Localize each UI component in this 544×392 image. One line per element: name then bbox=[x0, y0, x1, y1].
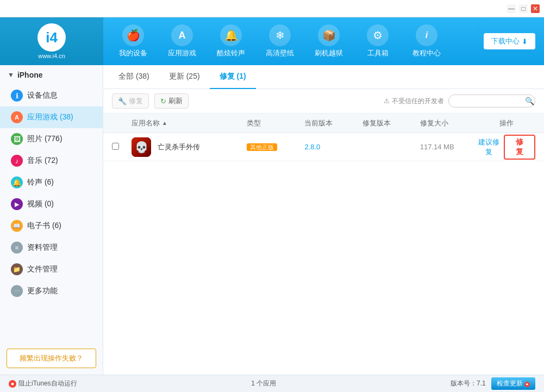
download-center-button[interactable]: 下载中心 ⬇ bbox=[484, 33, 535, 49]
main-layout: ▼ iPhone ℹ 设备信息 A 应用游戏 (38) 🖼 照片 (776) ♪… bbox=[0, 65, 544, 375]
sidebar-item-data-mgmt-label: 资料管理 bbox=[27, 243, 58, 252]
check-update-label: 检查更新 bbox=[497, 380, 523, 387]
sidebar-item-more[interactable]: ⋯ 更多功能 bbox=[0, 280, 103, 302]
sidebar-item-ringtones[interactable]: 🔔 铃声 (6) bbox=[0, 172, 103, 193]
ebooks-icon: 📖 bbox=[11, 220, 23, 232]
col-fixver-header: 修复版本 bbox=[362, 118, 420, 128]
music-icon: ♪ bbox=[11, 155, 23, 167]
header-right: 下载中心 ⬇ bbox=[484, 17, 544, 65]
status-bar: ■ 阻止iTunes自动运行 1 个应用 版本号：7.1 检查更新 ● bbox=[0, 375, 544, 392]
nav-my-device-label: 我的设备 bbox=[119, 48, 147, 58]
download-center-label: 下载中心 bbox=[491, 36, 520, 46]
row-check-input[interactable] bbox=[112, 143, 119, 150]
app-count-label: 1 个应用 bbox=[251, 380, 276, 387]
check-update-button[interactable]: 检查更新 ● bbox=[491, 377, 535, 390]
row-checkbox[interactable] bbox=[112, 143, 132, 151]
sidebar-item-photos[interactable]: 🖼 照片 (776) bbox=[0, 128, 103, 150]
update-badge: ● bbox=[524, 382, 530, 387]
search-input[interactable] bbox=[454, 97, 525, 105]
close-button[interactable]: ✕ bbox=[531, 4, 540, 13]
download-icon: ⬇ bbox=[522, 37, 528, 46]
sidebar-item-ebooks[interactable]: 📖 电子书 (6) bbox=[0, 215, 103, 237]
row-size: 117.14 MB bbox=[420, 143, 478, 151]
title-bar: — □ ✕ bbox=[0, 0, 544, 17]
nav-wallpapers[interactable]: ❄ 高清壁纸 bbox=[255, 17, 304, 65]
app-name-text: 亡灵杀手外传 bbox=[158, 142, 200, 152]
svg-text:💀: 💀 bbox=[135, 141, 148, 154]
stop-icon: ■ bbox=[9, 380, 16, 388]
col-name-header: 应用名称 ▲ bbox=[132, 118, 247, 128]
sort-icon: ▲ bbox=[162, 120, 167, 126]
nav-tutorials-label: 教程中心 bbox=[412, 48, 441, 58]
type-badge: 其他正版 bbox=[247, 143, 277, 151]
nav-jailbreak-label: 刷机越狱 bbox=[315, 48, 343, 58]
file-mgmt-icon: 📁 bbox=[11, 263, 23, 275]
nav-toolbox-label: 工具箱 bbox=[367, 48, 389, 58]
device-arrow-icon: ▼ bbox=[8, 71, 14, 79]
tab-update[interactable]: 更新 (25) bbox=[159, 65, 210, 89]
repair-label: 修复 bbox=[129, 96, 143, 106]
sidebar-item-device-info-label: 设备信息 bbox=[27, 91, 58, 100]
tab-all[interactable]: 全部 (38) bbox=[109, 65, 159, 89]
sidebar-item-music-label: 音乐 (72) bbox=[27, 156, 58, 166]
nav-my-device[interactable]: 🍎 我的设备 bbox=[109, 17, 158, 65]
sidebar-bottom: 频繁出现操作失败？ bbox=[0, 342, 103, 375]
header: i4 www.i4.cn 🍎 我的设备 A 应用游戏 🔔 酷炫铃声 ❄ 高清壁纸… bbox=[0, 17, 544, 65]
sidebar-item-ringtones-label: 铃声 (6) bbox=[27, 178, 54, 187]
nav-ringtones-icon: 🔔 bbox=[220, 24, 242, 46]
table-row: 💀 亡灵杀手外传 其他正版 2.8.0 117.14 MB 建议修复 修复 bbox=[103, 133, 544, 161]
nav-jailbreak[interactable]: 📦 刷机越狱 bbox=[304, 17, 353, 65]
sidebar-device[interactable]: ▼ iPhone bbox=[0, 65, 103, 85]
nav-tutorials[interactable]: i 教程中心 bbox=[402, 17, 451, 65]
status-center: 1 个应用 bbox=[77, 379, 451, 388]
row-cur-version: 2.8.0 bbox=[304, 143, 362, 151]
tabs-bar: 全部 (38) 更新 (25) 修复 (1) bbox=[103, 65, 544, 89]
fix-button[interactable]: 修复 bbox=[504, 135, 535, 160]
untrusted-label: ⚠ 不受信任的开发者 bbox=[384, 97, 444, 106]
nav-toolbox[interactable]: ⚙ 工具箱 bbox=[353, 17, 402, 65]
row-type: 其他正版 bbox=[247, 143, 304, 151]
tab-repair[interactable]: 修复 (1) bbox=[210, 65, 256, 89]
sidebar-item-file-mgmt-label: 文件管理 bbox=[27, 264, 58, 274]
row-action: 建议修复 修复 bbox=[478, 135, 535, 160]
photos-icon: 🖼 bbox=[11, 133, 23, 145]
recommend-text: 建议修复 bbox=[478, 137, 499, 157]
sidebar-item-device-info[interactable]: ℹ 设备信息 bbox=[0, 85, 103, 106]
sidebar-item-videos-label: 视频 (0) bbox=[27, 199, 54, 209]
status-right: 版本号：7.1 检查更新 ● bbox=[451, 377, 535, 390]
stop-itunes-button[interactable]: ■ 阻止iTunes自动运行 bbox=[9, 379, 77, 388]
sidebar: ▼ iPhone ℹ 设备信息 A 应用游戏 (38) 🖼 照片 (776) ♪… bbox=[0, 65, 103, 375]
nav-app-games[interactable]: A 应用游戏 bbox=[158, 17, 207, 65]
repair-button[interactable]: 🔧 修复 bbox=[112, 93, 149, 109]
sidebar-item-more-label: 更多功能 bbox=[27, 286, 58, 296]
more-icon: ⋯ bbox=[11, 285, 23, 297]
col-size-header: 修复大小 bbox=[420, 118, 478, 128]
search-box: 🔍 bbox=[448, 94, 535, 108]
toolbar: 🔧 修复 ↻ 刷新 ⚠ 不受信任的开发者 🔍 bbox=[103, 89, 544, 113]
device-info-icon: ℹ bbox=[11, 90, 23, 102]
nav-toolbox-icon: ⚙ bbox=[367, 24, 389, 46]
sidebar-item-data-mgmt[interactable]: ≡ 资料管理 bbox=[0, 237, 103, 258]
logo-subtitle: www.i4.cn bbox=[38, 53, 65, 59]
status-left: ■ 阻止iTunes自动运行 bbox=[9, 379, 77, 388]
app-games-icon: A bbox=[11, 111, 23, 123]
logo-icon: i4 bbox=[37, 23, 66, 52]
sidebar-item-photos-label: 照片 (776) bbox=[27, 134, 62, 144]
data-mgmt-icon: ≡ bbox=[11, 242, 23, 254]
sidebar-item-music[interactable]: ♪ 音乐 (72) bbox=[0, 150, 103, 172]
refresh-button[interactable]: ↻ 刷新 bbox=[154, 93, 189, 109]
nav-wallpapers-label: 高清壁纸 bbox=[266, 48, 294, 58]
sidebar-item-app-games[interactable]: A 应用游戏 (38) bbox=[0, 106, 103, 128]
nav-items: 🍎 我的设备 A 应用游戏 🔔 酷炫铃声 ❄ 高清壁纸 📦 刷机越狱 ⚙ 工具箱… bbox=[103, 17, 484, 65]
maximize-button[interactable]: □ bbox=[519, 4, 528, 13]
nav-ringtones[interactable]: 🔔 酷炫铃声 bbox=[207, 17, 255, 65]
nav-wallpapers-icon: ❄ bbox=[269, 24, 291, 46]
trouble-button[interactable]: 频繁出现操作失败？ bbox=[7, 349, 96, 368]
ringtones-icon: 🔔 bbox=[11, 176, 23, 188]
col-action-header: 操作 bbox=[478, 118, 535, 128]
col-curver-header: 当前版本 bbox=[304, 118, 362, 128]
sidebar-item-file-mgmt[interactable]: 📁 文件管理 bbox=[0, 258, 103, 280]
refresh-icon: ↻ bbox=[160, 97, 166, 105]
minimize-button[interactable]: — bbox=[507, 4, 516, 13]
sidebar-item-videos[interactable]: ▶ 视频 (0) bbox=[0, 193, 103, 215]
